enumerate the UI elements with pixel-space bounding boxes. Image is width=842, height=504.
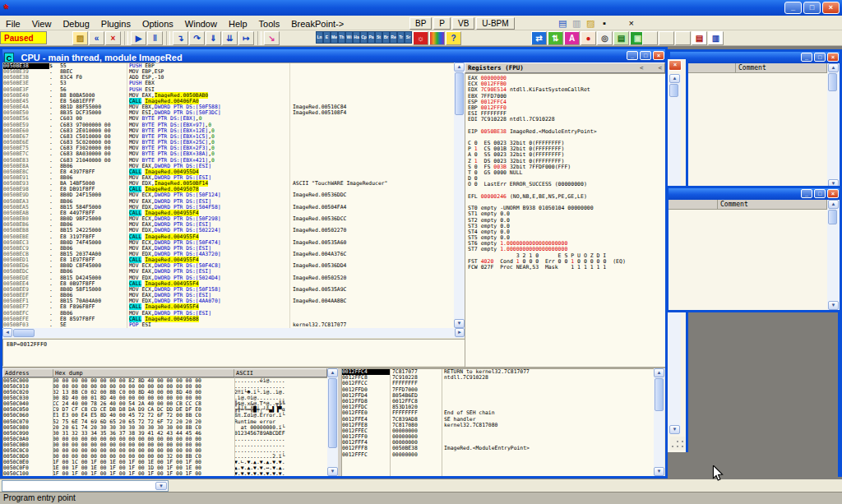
scroll-right-icon[interactable]: ►: [455, 328, 465, 337]
stack-row[interactable]: 0012FFE0FFFFFFFFEnd of SEH chain: [342, 410, 654, 416]
assemble-a-button[interactable]: A: [564, 31, 580, 45]
spiral-button[interactable]: ◎: [597, 31, 613, 45]
cpu-window-titlebar[interactable]: C CPU - main thread, module ImageRed _ □…: [2, 49, 665, 62]
stack-pane[interactable]: 0012FFC47C817077RETURN to kernel32.7C817…: [341, 368, 654, 476]
stack-row[interactable]: 0012FFC87C910228ntdll.7C910228: [342, 375, 654, 381]
names-window-top-titlebar[interactable]: _ □ ×: [670, 52, 840, 63]
scroll-up-icon[interactable]: ▲: [828, 200, 839, 209]
keyboard-button[interactable]: ▤: [613, 31, 629, 45]
disasm-row[interactable]: 0050BE3E.53PUSH EBX: [3, 81, 454, 86]
stack-row[interactable]: 0012FFE87C817080kernel32.7C817080: [342, 423, 654, 428]
scroll-thumb[interactable]: [455, 72, 464, 115]
menu-plugins[interactable]: Plugins: [95, 17, 136, 30]
restore-button[interactable]: □: [803, 2, 821, 14]
menu-window[interactable]: Window: [179, 17, 223, 30]
info-pane[interactable]: EBP=0012FFF0: [2, 339, 465, 366]
go-to-address-button[interactable]: ↘: [264, 31, 280, 45]
minimize-icon[interactable]: _: [801, 189, 812, 198]
pane-button-pa[interactable]: Pa: [368, 31, 375, 44]
dump-header[interactable]: Address Hex dump ASCII: [2, 368, 327, 377]
plugin-button-ubpm[interactable]: U-BPM: [476, 17, 514, 30]
pane-button-br[interactable]: Br: [382, 31, 390, 44]
close-icon[interactable]: ×: [827, 53, 839, 62]
pane-button-cp[interactable]: Cp: [360, 31, 368, 44]
column-comment[interactable]: Comment: [736, 63, 827, 73]
pane-button-me[interactable]: Me: [331, 31, 338, 44]
maximize-icon[interactable]: □: [814, 189, 826, 198]
registers-header[interactable]: Registers (FPU)<<: [465, 62, 665, 73]
scroll-down-icon[interactable]: ▼: [327, 467, 338, 476]
pane-button-re[interactable]: Re: [390, 31, 397, 44]
pane-button-ln[interactable]: Ln: [316, 31, 323, 44]
pane-button-sr[interactable]: Sr: [405, 31, 412, 44]
scrollbar[interactable]: ▲ ▼: [827, 200, 840, 310]
column-comment[interactable]: Comment: [718, 200, 827, 210]
disasm-row[interactable]: 0050BE3B.83C4 F0ADD ESP,-10: [3, 75, 454, 81]
pane-button-wi[interactable]: Wi: [345, 31, 353, 44]
swap-arrows-button[interactable]: ⇄: [531, 31, 547, 45]
scroll-thumb[interactable]: [828, 210, 837, 224]
plugin-button-vb[interactable]: VB: [452, 17, 474, 30]
dump-header-address[interactable]: Address: [3, 369, 53, 377]
scroll-thumb[interactable]: [13, 329, 35, 337]
column-header[interactable]: Comment: [670, 63, 827, 73]
plugin-button-bp[interactable]: BP: [409, 17, 432, 30]
maximize-icon[interactable]: □: [814, 53, 826, 62]
register-line[interactable]: O 0 LastErr ERROR_SUCCESS (00000000): [468, 182, 665, 187]
scroll-thumb[interactable]: [669, 84, 678, 97]
command-combobox[interactable]: ▼: [2, 480, 169, 492]
register-line[interactable]: EFL 00000246 (NO,NB,E,BE,NS,PE,GE,LE): [468, 194, 665, 200]
menu-help[interactable]: Help: [223, 17, 253, 30]
close-icon[interactable]: ×: [669, 60, 682, 71]
pane-button-st[interactable]: St: [375, 31, 382, 44]
blank-2-button[interactable]: [659, 31, 674, 45]
minimize-icon[interactable]: _: [801, 53, 812, 62]
menubar-close-icon[interactable]: ×: [625, 18, 638, 30]
updown-arrows-button[interactable]: ⇅: [548, 31, 563, 45]
menu-breakpoint[interactable]: BreakPoint->: [285, 17, 349, 30]
menu-tools[interactable]: Tools: [253, 17, 286, 30]
pane-button-ha[interactable]: Ha: [353, 31, 360, 44]
execute-till-return-button[interactable]: ↦: [238, 31, 254, 45]
scroll-down-icon[interactable]: ▼: [828, 301, 839, 310]
disassembly-scrollbar[interactable]: ▲ ▼: [454, 62, 465, 328]
registers-pane[interactable]: EAX 00000000ECX 0012FFB0EDX 7C90E514 ntd…: [465, 73, 665, 367]
disasm-row[interactable]: 0050BEFE.E8 8597F8FFCALL ImageRed.004956…: [3, 317, 454, 322]
disassembly-hscrollbar[interactable]: ◄ ►: [2, 328, 465, 338]
stack-row[interactable]: 0012FFF80050BE38ImageRed.<ModuleEntryPoi…: [342, 446, 654, 451]
pane-button-tr[interactable]: Tr: [397, 31, 405, 44]
record-dot-button[interactable]: ●: [581, 31, 596, 45]
dropdown-icon[interactable]: ▼: [155, 482, 167, 490]
dump-header-hex[interactable]: Hex dump: [53, 369, 234, 377]
report-blue-button[interactable]: ▥: [708, 31, 724, 45]
app-icon[interactable]: *: [3, 2, 8, 14]
menu-debug[interactable]: Debug: [57, 17, 95, 30]
maximize-icon[interactable]: □: [640, 51, 651, 60]
scroll-up-icon[interactable]: ▲: [669, 74, 680, 83]
register-line[interactable]: T 0 GS 0000 NULL: [468, 170, 665, 176]
resize-grip[interactable]: [670, 437, 685, 450]
stack-row[interactable]: 0012FFF000000000: [342, 434, 654, 440]
scroll-thumb[interactable]: [328, 378, 337, 448]
report-red-button[interactable]: ▤: [692, 31, 707, 45]
step-over-button[interactable]: ↷: [189, 31, 205, 45]
folder-yellow-icon[interactable]: ▨: [584, 17, 598, 30]
run-button[interactable]: ▶: [131, 31, 146, 45]
scroll-down-icon[interactable]: ▼: [669, 425, 680, 434]
register-line[interactable]: EDI 7C910228 ntdll.7C910228: [468, 117, 665, 123]
scroll-thumb[interactable]: [655, 378, 664, 411]
disassembly-pane[interactable]: 0050BE38$55PUSH EBP0050BE39.8BECMOV EBP,…: [2, 62, 454, 328]
close-icon[interactable]: ×: [653, 51, 664, 60]
options-gear-button[interactable]: ☼: [413, 31, 428, 45]
minimize-button[interactable]: _: [784, 2, 802, 14]
close-icon[interactable]: ×: [827, 189, 839, 198]
menu-file[interactable]: File: [0, 17, 26, 30]
stack-row[interactable]: 0012FFDC853D1020: [342, 405, 654, 410]
names-window-top[interactable]: _ □ × Comment ▲ ▼: [668, 49, 842, 191]
scrollbar[interactable]: ▲ ▼: [827, 63, 840, 188]
help-button[interactable]: ?: [446, 31, 461, 45]
stack-row[interactable]: 0012FFE47C839AD8SE handler: [342, 417, 654, 423]
step-into-button[interactable]: ↴: [173, 31, 188, 45]
pane-button-th[interactable]: Th: [338, 31, 345, 44]
scroll-up-icon[interactable]: ▲: [654, 368, 664, 377]
